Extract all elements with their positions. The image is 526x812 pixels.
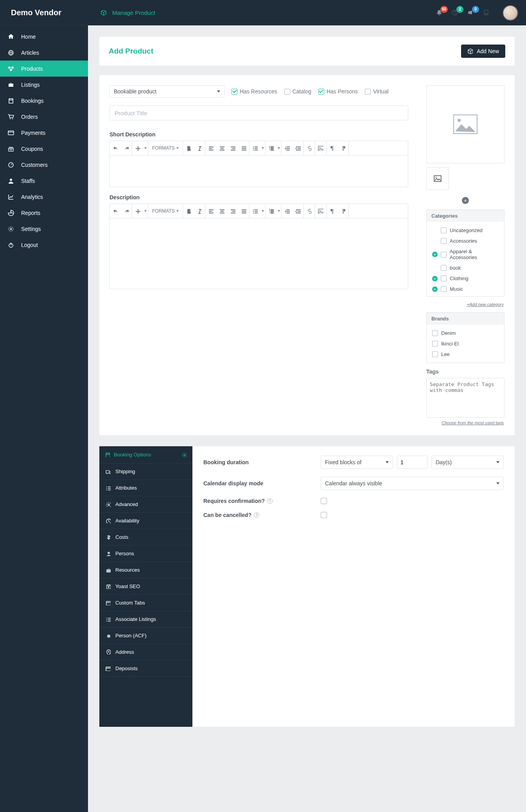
notifications-icon[interactable]: 60 [436,9,443,16]
duration-value-input[interactable] [397,456,427,469]
add-new-button[interactable]: Add New [461,45,505,58]
align-right-button[interactable] [227,141,238,155]
sidebar-item-home[interactable]: Home [0,29,88,45]
subnav-item-persons[interactable]: Persons [99,546,192,562]
has-persons-checkbox[interactable]: Has Persons [318,88,358,95]
align-left-button[interactable] [205,204,216,218]
sidebar-item-orders[interactable]: Orders [0,109,88,125]
sidebar-item-payments[interactable]: Payments [0,125,88,141]
sidebar-item-staffs[interactable]: Staffs [0,173,88,189]
sidebar-item-settings[interactable]: Settings [0,221,88,237]
indent-button[interactable] [293,204,303,218]
number-list-dropdown[interactable] [276,204,281,218]
add-image-button[interactable]: + [462,197,469,204]
subnav-item-associate-listings[interactable]: Associate Listings [99,611,192,628]
redo-button[interactable] [121,204,132,218]
subnav-item-deposists[interactable]: Deposists [99,660,192,677]
image-button[interactable] [315,141,326,155]
help-icon[interactable]: ? [254,512,259,518]
expand-icon[interactable]: + [432,252,438,257]
indent-button[interactable] [293,141,303,155]
number-list-button[interactable] [266,204,276,218]
calendar-mode-select[interactable]: Calendar always visible [321,477,504,490]
product-type-select[interactable]: Bookable product [110,85,224,98]
description-body[interactable] [110,218,408,289]
bold-button[interactable] [183,204,194,218]
bold-button[interactable] [183,141,194,155]
sidebar-item-articles[interactable]: Articles [0,45,88,61]
image-button[interactable] [315,204,326,218]
catalog-checkbox[interactable]: Catalog [284,88,311,95]
subnav-item-resources[interactable]: Resources [99,562,192,578]
bullet-list-dropdown[interactable] [260,204,265,218]
avatar[interactable] [503,5,518,21]
gallery-thumb[interactable] [426,167,449,190]
outdent-button[interactable] [282,141,293,155]
sidebar-item-reports[interactable]: Reports [0,205,88,221]
has-resources-checkbox[interactable]: Has Resources [232,88,277,95]
duration-unit-select[interactable]: Day(s) [431,456,504,469]
announcements-icon[interactable]: 0 [467,9,474,16]
rtl-button[interactable] [338,204,348,218]
requires-confirmation-checkbox[interactable] [321,498,327,504]
subnav-item-person-acf-[interactable]: Person (ACF) [99,628,192,644]
gear-icon[interactable] [181,452,187,458]
italic-button[interactable] [194,204,205,218]
subnav-item-attributes[interactable]: Attributes [99,480,192,496]
category-checkbox[interactable] [441,227,447,233]
insert-button[interactable] [132,141,143,155]
brand-checkbox[interactable] [432,330,438,336]
number-list-dropdown[interactable] [276,141,281,155]
link-button[interactable] [304,204,315,218]
formats-dropdown[interactable]: FORMATS [148,141,183,155]
sidebar-item-coupons[interactable]: Coupons [0,141,88,157]
sidebar-item-analytics[interactable]: Analytics [0,189,88,205]
category-checkbox[interactable] [441,275,447,281]
insert-dropdown[interactable] [143,204,148,218]
virtual-checkbox[interactable]: Virtual [365,88,388,95]
insert-dropdown[interactable] [143,141,148,155]
align-left-button[interactable] [205,141,216,155]
can-be-cancelled-checkbox[interactable] [321,512,327,518]
sidebar-item-listings[interactable]: Listings [0,77,88,93]
redo-button[interactable] [121,141,132,155]
align-center-button[interactable] [216,141,227,155]
duration-mode-select[interactable]: Fixed blocks of [321,456,393,469]
brand-checkbox[interactable] [432,341,438,347]
category-checkbox[interactable] [441,286,447,292]
breadcrumb[interactable]: Manage Product [101,9,155,16]
insert-button[interactable] [132,204,143,218]
link-button[interactable] [304,141,315,155]
add-category-link[interactable]: +Add new category [426,302,504,307]
brand-checkbox[interactable] [432,351,438,357]
subnav-item-custom-tabs[interactable]: Custom Tabs [99,595,192,611]
sidebar-item-customers[interactable]: Customers [0,157,88,173]
short-description-body[interactable] [110,156,408,187]
justify-button[interactable] [238,204,249,218]
subnav-item-availability[interactable]: Availability [99,513,192,529]
italic-button[interactable] [194,141,205,155]
formats-dropdown[interactable]: FORMATS [148,204,183,218]
most-used-tags-link[interactable]: Choose from the most used tags [426,420,504,425]
category-checkbox[interactable] [441,265,447,271]
undo-button[interactable] [110,141,121,155]
expand-icon[interactable]: + [432,286,438,292]
ltr-button[interactable] [327,141,338,155]
featured-image-uploader[interactable] [426,85,504,163]
subnav-item-yoast-seo[interactable]: Yoast SEO [99,578,192,595]
sidebar-item-bookings[interactable]: Bookings [0,93,88,109]
bullet-list-dropdown[interactable] [260,141,265,155]
ltr-button[interactable] [327,204,338,218]
expand-icon[interactable]: + [432,276,438,281]
rtl-button[interactable] [338,141,348,155]
category-checkbox[interactable] [441,238,447,244]
sidebar-item-products[interactable]: Products [0,61,88,77]
knowledge-icon[interactable] [483,9,490,16]
product-title-input[interactable] [110,106,408,120]
undo-button[interactable] [110,204,121,218]
category-checkbox[interactable] [441,252,447,258]
subnav-item-address[interactable]: Address [99,644,192,660]
bullet-list-button[interactable] [250,204,260,218]
outdent-button[interactable] [282,204,293,218]
help-icon[interactable]: 2 [452,9,459,16]
